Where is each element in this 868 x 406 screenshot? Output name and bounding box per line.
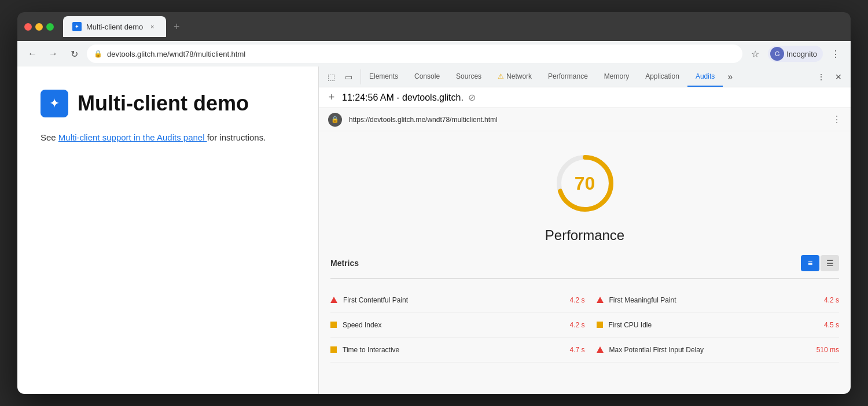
back-button[interactable]: ←	[24, 46, 41, 62]
metrics-divider	[330, 278, 839, 279]
tab-elements[interactable]: Elements	[361, 67, 406, 87]
profile-label: Incognito	[786, 50, 817, 58]
tab-application[interactable]: Application	[637, 67, 687, 87]
traffic-lights	[24, 23, 54, 31]
metric-value: 4.7 s	[569, 346, 584, 354]
menu-button[interactable]: ⋮	[827, 46, 844, 62]
audit-avatar: 🔒	[328, 113, 342, 127]
reload-button[interactable]: ↻	[66, 46, 82, 62]
metric-row: Time to Interactive4.7 s	[330, 338, 585, 363]
browser-tab[interactable]: Multi-client demo ×	[63, 16, 166, 37]
audit-url-menu-button[interactable]: ⋮	[832, 114, 841, 125]
list-view-button[interactable]: ☰	[821, 255, 839, 271]
tab-bar: Multi-client demo × +	[63, 16, 844, 37]
audit-url-text: https://devtools.glitch.me/wndt78/multic…	[349, 116, 825, 124]
tab-console[interactable]: Console	[406, 67, 448, 87]
score-section: 70 Performance	[319, 131, 851, 255]
forward-button[interactable]: →	[45, 46, 61, 62]
close-button[interactable]	[24, 23, 32, 31]
add-audit-button[interactable]: +	[326, 92, 337, 104]
metric-row: Speed Index4.2 s	[330, 313, 585, 338]
maximize-button[interactable]	[46, 23, 54, 31]
metric-row: First CPU Idle4.5 s	[585, 313, 840, 338]
warning-triangle-icon	[330, 295, 337, 305]
title-bar: Multi-client demo × +	[17, 12, 851, 41]
lock-icon: 🔒	[94, 50, 102, 58]
devtools-toolbar: ⬚ ▭ Elements Console Sources ⚠ Netw	[319, 67, 851, 87]
devtools-actions: ⋮ ✕	[809, 69, 851, 84]
score-circle: 70	[550, 149, 620, 218]
tab-memory[interactable]: Memory	[596, 67, 637, 87]
devtools-panel: ⬚ ▭ Elements Console Sources ⚠ Netw	[318, 67, 851, 394]
description-before: See	[41, 132, 58, 142]
audit-url-bar: 🔒 https://devtools.glitch.me/wndt78/mult…	[319, 108, 851, 131]
score-label: Performance	[545, 227, 624, 243]
warning-triangle-icon	[597, 295, 604, 305]
status-square-icon	[330, 320, 337, 330]
devtools-close-button[interactable]: ✕	[831, 69, 846, 84]
devtools-tabs: Elements Console Sources ⚠ Network Perfo…	[361, 67, 809, 87]
description-after: for instructions.	[207, 132, 266, 142]
metric-name: First Contentful Paint	[343, 296, 564, 304]
metrics-section: Metrics ≡ ☰ First Contentful Paint4.2 sF…	[319, 255, 851, 394]
tab-network[interactable]: ⚠ Network	[490, 67, 540, 87]
stop-button[interactable]: ⊘	[468, 92, 476, 103]
status-square-icon	[597, 320, 603, 330]
metrics-header: Metrics ≡ ☰	[330, 255, 839, 271]
metrics-toggle: ≡ ☰	[801, 255, 839, 271]
warning-triangle-icon	[597, 345, 604, 355]
tab-sources[interactable]: Sources	[448, 67, 490, 87]
metrics-title: Metrics	[330, 259, 359, 268]
nav-bar: ← → ↻ 🔒 devtools.glitch.me/wndt78/multic…	[17, 41, 851, 67]
address-text: devtools.glitch.me/wndt78/multiclient.ht…	[107, 50, 245, 58]
page-header: ✦ Multi-client demo	[41, 90, 295, 117]
bookmark-button[interactable]: ☆	[747, 46, 763, 62]
metric-value: 510 ms	[816, 346, 839, 354]
minimize-button[interactable]	[35, 23, 43, 31]
profile-button[interactable]: G Incognito	[768, 46, 823, 62]
tab-favicon	[72, 22, 82, 31]
devtools-secondary-bar: + 11:24:56 AM - devtools.glitch. ⊘	[319, 87, 851, 108]
inspect-element-icon[interactable]: ⬚	[323, 69, 339, 84]
metric-name: First CPU Idle	[609, 321, 818, 329]
metric-name: Max Potential First Input Delay	[609, 346, 811, 354]
metric-name: Speed Index	[343, 321, 564, 329]
audits-link[interactable]: Multi-client support in the Audits panel	[58, 132, 207, 142]
tab-close-button[interactable]: ×	[148, 22, 157, 31]
page-title: Multi-client demo	[78, 91, 249, 116]
metrics-grid: First Contentful Paint4.2 sFirst Meaning…	[330, 288, 839, 363]
devtools-menu-button[interactable]: ⋮	[814, 69, 829, 84]
metric-value: 4.5 s	[824, 321, 839, 329]
metric-row: First Meaningful Paint4.2 s	[585, 288, 840, 313]
page-content: ✦ Multi-client demo See Multi-client sup…	[17, 67, 318, 394]
page-icon: ✦	[41, 90, 68, 117]
page-icon-symbol: ✦	[49, 96, 60, 111]
status-square-icon	[330, 345, 337, 355]
browser-window: Multi-client demo × + ← → ↻ 🔒 devtools.g…	[17, 12, 851, 394]
grid-view-button[interactable]: ≡	[801, 255, 819, 271]
nav-right: ☆ G Incognito ⋮	[747, 46, 844, 62]
tab-title: Multi-client demo	[86, 23, 143, 31]
metric-name: Time to Interactive	[343, 346, 564, 354]
audit-run-info: 11:24:56 AM - devtools.glitch.	[342, 93, 464, 103]
device-toolbar-icon[interactable]: ▭	[341, 69, 356, 84]
metric-value: 4.2 s	[569, 296, 584, 304]
score-number: 70	[575, 173, 595, 194]
page-description: See Multi-client support in the Audits p…	[41, 131, 295, 145]
address-bar[interactable]: 🔒 devtools.glitch.me/wndt78/multiclient.…	[87, 45, 742, 63]
tab-performance[interactable]: Performance	[540, 67, 596, 87]
metric-name: First Meaningful Paint	[609, 296, 818, 304]
more-tabs-button[interactable]: »	[723, 67, 737, 87]
metric-value: 4.2 s	[824, 296, 839, 304]
metric-row: First Contentful Paint4.2 s	[330, 288, 585, 313]
avatar: G	[770, 47, 784, 61]
tab-audits[interactable]: Audits	[687, 67, 723, 87]
devtools-icons: ⬚ ▭	[319, 69, 361, 84]
new-tab-button[interactable]: +	[168, 19, 185, 35]
metric-value: 4.2 s	[569, 321, 584, 329]
main-content: ✦ Multi-client demo See Multi-client sup…	[17, 67, 851, 394]
metric-row: Max Potential First Input Delay510 ms	[585, 338, 840, 363]
